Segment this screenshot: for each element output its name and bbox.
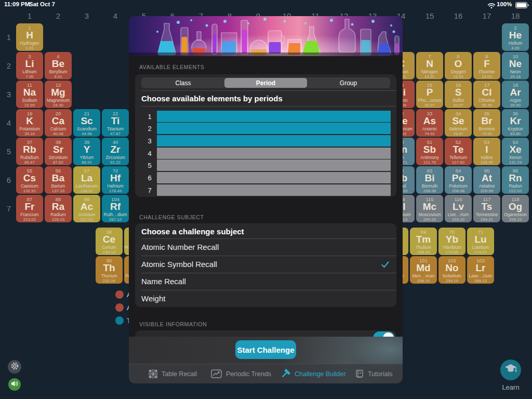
- tab-table-recall[interactable]: Table Recall: [149, 364, 197, 383]
- element-tile-po[interactable]: 84PoPolonium208.98: [445, 166, 472, 194]
- element-tile-hf[interactable]: 72HfHafnium178.49: [102, 166, 129, 194]
- element-tile-th[interactable]: 90ThThorium232.04: [96, 256, 123, 284]
- visible-information-label: VISIBILE INFORMATION: [139, 321, 207, 327]
- element-tile-y[interactable]: 39YYttrium88.91: [73, 138, 100, 165]
- element-name: Radium: [45, 212, 72, 217]
- start-challenge-button[interactable]: Start Challenge: [235, 340, 296, 359]
- element-tile-at[interactable]: 85AtAstatine209.99: [473, 166, 500, 194]
- element-tile-se[interactable]: 34SeSelenium78.97: [445, 109, 472, 137]
- element-tile-zr[interactable]: 40ZrZirconium91.22: [102, 138, 129, 165]
- element-tile-ts[interactable]: 117TsTennessine294.21: [473, 195, 500, 222]
- tab-tutorials[interactable]: Tutorials: [355, 364, 392, 383]
- element-tile-rf[interactable]: 104RfRuth…dium267.12: [102, 195, 129, 222]
- element-tile-no[interactable]: 102NoNobelium259.10: [438, 256, 466, 284]
- element-sym: H: [16, 31, 43, 40]
- element-name: Yttrium: [73, 155, 100, 160]
- element-tile-mg[interactable]: 12MgMagnesium24.30: [45, 81, 72, 108]
- element-sym: Mg: [45, 88, 72, 97]
- element-sym: Tm: [410, 235, 437, 244]
- element-tile-cs[interactable]: 55CsCaesium132.91: [16, 166, 43, 194]
- period-bar-7[interactable]: [157, 184, 391, 196]
- segment-group[interactable]: Group: [307, 78, 390, 88]
- element-tile-f[interactable]: 9FFluorine19.00: [473, 52, 500, 79]
- element-tile-n[interactable]: 7NNitrogen14.01: [416, 52, 443, 79]
- element-tile-sb[interactable]: 51SbAntimony121.76: [416, 138, 443, 165]
- period-bar-3-selected[interactable]: [157, 135, 391, 147]
- tab-challenge-builder[interactable]: Challenge Builder: [280, 364, 346, 383]
- element-sym: Lv: [445, 202, 472, 211]
- tab-bar: Table RecallPeriodic TrendsChallenge Bui…: [129, 364, 403, 383]
- period-bar-6[interactable]: [157, 172, 391, 183]
- element-tile-he[interactable]: 2HeHelium4.00: [502, 23, 529, 51]
- element-tile-lv[interactable]: 116LvLive…rium293.20: [445, 195, 472, 222]
- element-num: 104: [102, 196, 129, 202]
- element-name: Pho…orous: [416, 98, 443, 103]
- element-tile-k[interactable]: 19KPotassium39.10: [16, 109, 43, 137]
- element-tile-li[interactable]: 3LiLithium7.00: [16, 52, 43, 79]
- element-tile-ne[interactable]: 10NeNeon20.18: [502, 52, 529, 79]
- element-tile-md[interactable]: 101MdMen…vium258.10: [410, 256, 437, 284]
- element-tile-o[interactable]: 8OOxygen16.00: [445, 52, 472, 79]
- element-tile-te[interactable]: 52TeTellerium127.60: [445, 138, 472, 165]
- element-tile-h[interactable]: 1HHydrogen1.01: [16, 23, 43, 51]
- element-tile-fr[interactable]: 87FrFrancium223.02: [16, 195, 43, 222]
- tab-periodic-trends[interactable]: Periodic Trends: [211, 364, 271, 383]
- element-tile-sr[interactable]: 38SrStrontium87.62: [45, 138, 72, 165]
- period-bar-1-selected[interactable]: [157, 111, 391, 122]
- element-tile-ar[interactable]: 18ArArgon39.90: [502, 81, 529, 108]
- element-tile-ce[interactable]: 58CeCerium140.12: [96, 228, 123, 255]
- element-tile-lr[interactable]: 103LrLawr…cium266.12: [467, 256, 494, 284]
- sound-button[interactable]: [8, 378, 21, 391]
- element-tile-ra[interactable]: 88RaRadium226.03: [45, 195, 72, 222]
- element-tile-mc[interactable]: 115McMoscovium290.20: [416, 195, 443, 222]
- element-weight: 30.97: [416, 103, 443, 108]
- element-name: Thulium: [410, 245, 437, 250]
- element-tile-bi[interactable]: 83BiBismuth208.98: [416, 166, 443, 194]
- element-tile-sc[interactable]: 21ScScandium44.96: [73, 109, 100, 137]
- element-tile-ba[interactable]: 56BaBarium137.33: [45, 166, 72, 194]
- element-tile-br[interactable]: 35BrBromine79.90: [473, 109, 500, 137]
- subject-option-weight[interactable]: Weight: [135, 290, 396, 307]
- learn-label: Learn: [495, 383, 527, 391]
- element-num: 90: [96, 258, 123, 263]
- element-name: Ruth…dium: [102, 212, 129, 217]
- status-time: 11:09 PM: [4, 1, 30, 7]
- element-tile-la[interactable]: 57LaLanthanum138.91: [73, 166, 100, 194]
- element-weight: 4.00: [502, 46, 529, 50]
- segment-class[interactable]: Class: [142, 78, 224, 88]
- period-bar-2-selected[interactable]: [157, 123, 391, 134]
- element-sym: Yb: [438, 235, 466, 244]
- element-tile-as[interactable]: 33AsArsenic74.92: [416, 109, 443, 137]
- period-bar-5[interactable]: [157, 159, 391, 171]
- element-tile-cl[interactable]: 17ClChlorine35.45: [473, 81, 500, 108]
- segment-period[interactable]: Period: [224, 78, 307, 88]
- subject-option-name-recall[interactable]: Name Recall: [135, 273, 396, 290]
- subject-option-atomic-symbol-recall[interactable]: Atomic Symbol Recall: [135, 256, 396, 273]
- period-bar-4[interactable]: [157, 148, 391, 159]
- element-tile-s[interactable]: 16SSulfur32.07: [445, 81, 472, 108]
- element-tile-rn[interactable]: 86RnRadon222.02: [502, 166, 529, 194]
- element-tile-ti[interactable]: 22TiTitanium47.87: [102, 109, 129, 137]
- element-tile-ac[interactable]: 89AcActinium227.03: [73, 195, 100, 222]
- element-tile-og[interactable]: 118OgOganesson295.22: [502, 195, 529, 222]
- element-tile-ca[interactable]: 20CaCalcium40.08: [45, 109, 72, 137]
- element-tile-na[interactable]: 11NaSodium22.99: [16, 81, 43, 108]
- element-tile-lu[interactable]: 71LuLutetium174.97: [467, 228, 494, 255]
- periods-header: Choose available elements by periods: [141, 94, 283, 103]
- element-tile-xe[interactable]: 54XeXenon131.29: [502, 138, 529, 165]
- settings-button[interactable]: [8, 360, 21, 374]
- status-date: Sat Oct 7: [29, 1, 55, 7]
- element-name: Ytterbium: [438, 245, 466, 250]
- subject-option-atomic-number-recall[interactable]: Atomic Number Recall: [135, 238, 396, 256]
- element-num: 39: [73, 139, 100, 145]
- element-tile-rb[interactable]: 37RbRubidium85.47: [16, 138, 43, 165]
- element-tile-yb[interactable]: 70YbYtterbium173.05: [438, 228, 466, 255]
- element-tile-tm[interactable]: 69TmThulium168.93: [410, 228, 437, 255]
- element-tile-kr[interactable]: 36KrKrypton83.80: [502, 109, 529, 137]
- element-tile-be[interactable]: 4BeBeryllium9.01: [45, 52, 72, 79]
- element-weight: 140.12: [96, 250, 123, 255]
- element-tile-i[interactable]: 53IIodine126.90: [473, 138, 500, 165]
- column-header-3: 3: [73, 11, 100, 21]
- element-tile-p[interactable]: 15PPho…orous30.97: [416, 81, 443, 108]
- learn-button[interactable]: [500, 360, 521, 380]
